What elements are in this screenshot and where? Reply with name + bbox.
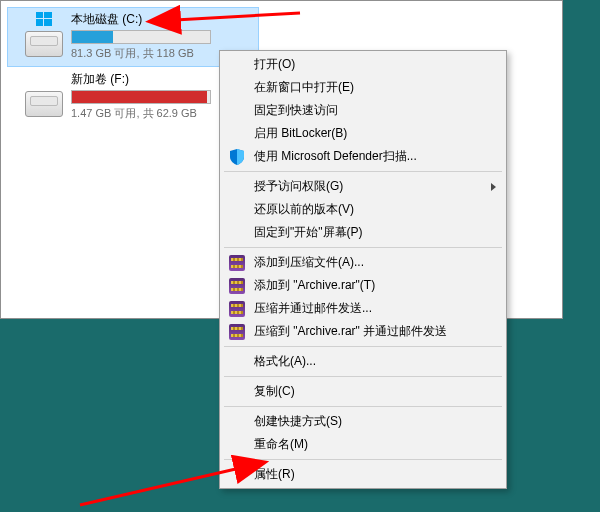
menu-pin-start[interactable]: 固定到"开始"屏幕(P) [222, 221, 504, 244]
svg-rect-2 [36, 19, 43, 26]
menu-bitlocker[interactable]: 启用 BitLocker(B) [222, 122, 504, 145]
rar-icon [228, 277, 245, 294]
menu-rename-label: 重命名(M) [254, 436, 308, 453]
menu-rename[interactable]: 重命名(M) [222, 433, 504, 456]
rar-icon [228, 300, 245, 317]
drive-usage-bar-c [71, 30, 211, 44]
menu-add-archive-rar-label: 添加到 "Archive.rar"(T) [254, 277, 375, 294]
menu-compress-mail-label: 压缩并通过邮件发送... [254, 300, 372, 317]
menu-restore-prev-label: 还原以前的版本(V) [254, 201, 354, 218]
menu-restore-previous[interactable]: 还原以前的版本(V) [222, 198, 504, 221]
context-menu: 打开(O) 在新窗口中打开(E) 固定到快速访问 启用 BitLocker(B)… [219, 50, 507, 489]
menu-defender-label: 使用 Microsoft Defender扫描... [254, 148, 417, 165]
svg-line-5 [80, 468, 240, 505]
menu-add-archive[interactable]: 添加到压缩文件(A)... [222, 251, 504, 274]
menu-open-label: 打开(O) [254, 56, 295, 73]
menu-separator [224, 376, 502, 377]
menu-grant-access[interactable]: 授予访问权限(G) [222, 175, 504, 198]
menu-create-shortcut-label: 创建快捷方式(S) [254, 413, 342, 430]
windows-logo-icon [36, 11, 52, 27]
menu-properties-label: 属性(R) [254, 466, 295, 483]
menu-compress-rar-mail[interactable]: 压缩到 "Archive.rar" 并通过邮件发送 [222, 320, 504, 343]
menu-add-archive-rar[interactable]: 添加到 "Archive.rar"(T) [222, 274, 504, 297]
menu-add-archive-label: 添加到压缩文件(A)... [254, 254, 364, 271]
shield-icon [228, 148, 245, 165]
menu-copy-label: 复制(C) [254, 383, 295, 400]
menu-pin-quick-access[interactable]: 固定到快速访问 [222, 99, 504, 122]
menu-defender-scan[interactable]: 使用 Microsoft Defender扫描... [222, 145, 504, 168]
menu-grant-access-label: 授予访问权限(G) [254, 178, 343, 195]
menu-open-new-window-label: 在新窗口中打开(E) [254, 79, 354, 96]
menu-copy[interactable]: 复制(C) [222, 380, 504, 403]
menu-separator [224, 459, 502, 460]
drive-icon-c [25, 11, 63, 57]
menu-open-new-window[interactable]: 在新窗口中打开(E) [222, 76, 504, 99]
menu-format[interactable]: 格式化(A)... [222, 350, 504, 373]
rar-icon [228, 323, 245, 340]
menu-compress-rar-mail-label: 压缩到 "Archive.rar" 并通过邮件发送 [254, 323, 447, 340]
menu-properties[interactable]: 属性(R) [222, 463, 504, 486]
drive-usage-bar-f [71, 90, 211, 104]
rar-icon [228, 254, 245, 271]
svg-rect-1 [44, 12, 52, 18]
menu-pin-quick-access-label: 固定到快速访问 [254, 102, 338, 119]
menu-open[interactable]: 打开(O) [222, 53, 504, 76]
menu-pin-start-label: 固定到"开始"屏幕(P) [254, 224, 363, 241]
menu-separator [224, 247, 502, 248]
menu-separator [224, 406, 502, 407]
drive-icon-f [25, 71, 63, 117]
menu-bitlocker-label: 启用 BitLocker(B) [254, 125, 347, 142]
menu-create-shortcut[interactable]: 创建快捷方式(S) [222, 410, 504, 433]
svg-rect-3 [44, 19, 52, 26]
menu-separator [224, 346, 502, 347]
svg-rect-0 [36, 12, 43, 18]
menu-format-label: 格式化(A)... [254, 353, 316, 370]
menu-separator [224, 171, 502, 172]
drive-name-c: 本地磁盘 (C:) [71, 11, 253, 30]
chevron-right-icon [491, 183, 496, 191]
menu-compress-mail[interactable]: 压缩并通过邮件发送... [222, 297, 504, 320]
